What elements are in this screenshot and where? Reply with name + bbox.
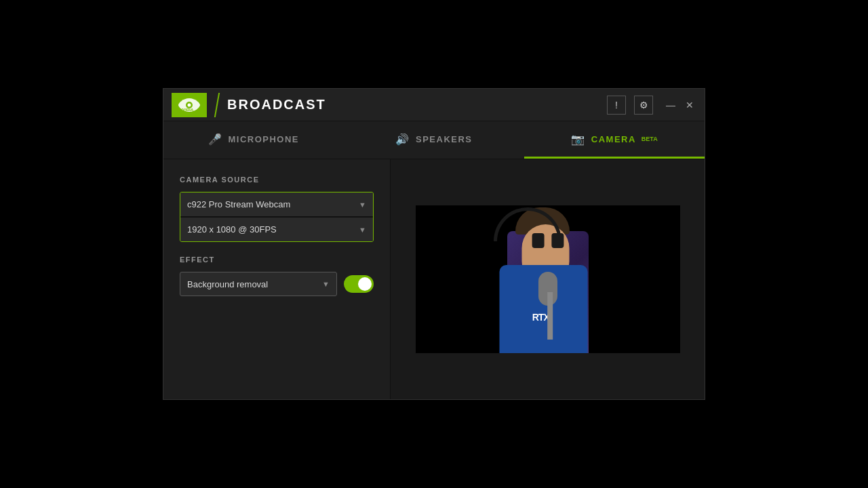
nvidia-logo: NVIDIA: [172, 93, 207, 117]
app-title: BROADCAST: [227, 97, 607, 113]
title-actions: ! ⚙: [607, 96, 653, 115]
effect-label: EFFECT: [180, 256, 374, 264]
microphone-icon: 🎤: [208, 133, 223, 146]
tab-camera[interactable]: 📷 CAMERABETA: [524, 121, 705, 159]
tab-microphone-label: MICROPHONE: [228, 134, 299, 144]
effect-toggle[interactable]: [344, 275, 374, 293]
headset-left-cup: [532, 233, 544, 248]
camera-device-value: c922 Pro Stream Webcam: [187, 199, 359, 209]
left-panel: CAMERA SOURCE c922 Pro Stream Webcam ▼ 1…: [163, 159, 391, 399]
effect-value: Background removal: [187, 279, 322, 289]
svg-point-1: [188, 103, 191, 106]
toggle-knob: [358, 277, 372, 291]
headset-right-cup: [551, 233, 564, 248]
title-bar: NVIDIA BROADCAST ! ⚙ — ✕: [163, 89, 705, 121]
speakers-icon: 🔊: [395, 133, 410, 146]
tab-speakers-label: SPEAKERS: [416, 134, 473, 144]
effect-row: Background removal ▼: [180, 272, 374, 296]
camera-resolution-select[interactable]: 1920 x 1080 @ 30FPS ▼: [180, 217, 373, 241]
app-window: NVIDIA BROADCAST ! ⚙ — ✕ 🎤 MICROPHONE 🔊 …: [163, 88, 705, 400]
camera-device-select[interactable]: c922 Pro Stream Webcam ▼: [180, 192, 373, 217]
settings-button[interactable]: ⚙: [634, 96, 653, 115]
minimize-button[interactable]: —: [664, 100, 677, 110]
window-controls: — ✕: [664, 100, 696, 110]
mic-stand: [547, 292, 553, 340]
effect-select[interactable]: Background removal ▼: [180, 272, 337, 296]
chevron-down-icon-2: ▼: [359, 226, 366, 234]
chevron-down-icon-1: ▼: [359, 201, 366, 209]
camera-scene: RTX: [416, 205, 680, 353]
close-button[interactable]: ✕: [683, 100, 696, 110]
tab-microphone[interactable]: 🎤 MICROPHONE: [163, 121, 344, 159]
camera-source-group: c922 Pro Stream Webcam ▼ 1920 x 1080 @ 3…: [180, 192, 374, 242]
camera-preview: RTX: [416, 205, 680, 353]
camera-source-label: CAMERA SOURCE: [180, 176, 374, 184]
svg-text:NVIDIA: NVIDIA: [180, 108, 194, 112]
camera-icon: 📷: [571, 133, 586, 146]
tab-camera-label: CAMERA: [591, 134, 636, 144]
nav-tabs: 🎤 MICROPHONE 🔊 SPEAKERS 📷 CAMERABETA: [163, 121, 705, 159]
beta-badge: BETA: [642, 136, 658, 142]
tab-speakers[interactable]: 🔊 SPEAKERS: [344, 121, 524, 159]
alert-button[interactable]: !: [607, 96, 626, 115]
title-divider: [214, 93, 220, 117]
right-panel: RTX: [391, 159, 705, 399]
chevron-down-icon-3: ▼: [322, 280, 330, 288]
main-content: CAMERA SOURCE c922 Pro Stream Webcam ▼ 1…: [163, 159, 705, 399]
camera-resolution-value: 1920 x 1080 @ 30FPS: [187, 224, 359, 235]
